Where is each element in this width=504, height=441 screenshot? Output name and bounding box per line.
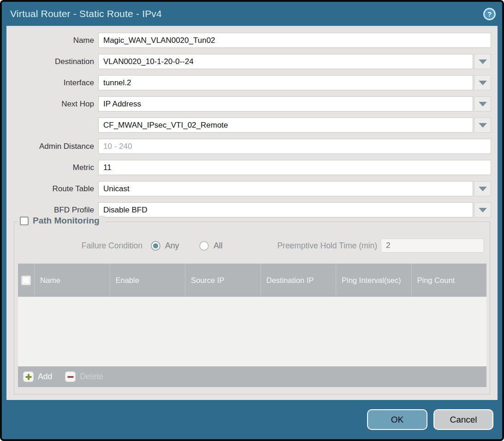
form-row-next-hop: Next Hop — [13, 96, 491, 112]
column-header-ping-count[interactable]: Ping Count — [412, 264, 487, 297]
form-row-destination: Destination — [13, 54, 491, 69]
bfd-profile-dropdown-button[interactable] — [474, 202, 491, 218]
path-monitoring-checkbox[interactable] — [20, 217, 29, 225]
add-button[interactable]: Add — [23, 371, 52, 382]
cancel-button[interactable]: Cancel — [433, 409, 493, 430]
table-header-row: Name Enable Source IP Destination IP Pin… — [18, 264, 486, 297]
interface-input[interactable] — [98, 75, 473, 90]
next-hop-type-input[interactable] — [98, 96, 473, 112]
path-monitoring-section: Path Monitoring Failure Condition Any Al… — [14, 222, 490, 394]
dialog-window: Virtual Router - Static Route - IPv4 ? N… — [2, 2, 502, 439]
form-row-name: Name — [13, 33, 491, 48]
dialog-title: Virtual Router - Static Route - IPv4 — [10, 8, 483, 19]
next-hop-label: Next Hop — [13, 100, 98, 109]
admin-distance-input[interactable] — [98, 139, 491, 154]
dialog-body: Name Destination Interface — [6, 26, 498, 400]
failure-condition-any-radio[interactable] — [151, 241, 160, 251]
static-route-form: Name Destination Interface — [6, 26, 498, 218]
screenshot-root: Virtual Router - Static Route - IPv4 ? N… — [0, 0, 504, 441]
destination-label: Destination — [13, 57, 98, 66]
preemptive-hold-time-input[interactable] — [381, 239, 484, 253]
bfd-profile-label: BFD Profile — [13, 206, 98, 215]
failure-condition-all-radio[interactable] — [199, 241, 209, 251]
add-button-label: Add — [38, 372, 52, 382]
metric-label: Metric — [13, 163, 98, 172]
failure-condition-any-label: Any — [165, 241, 179, 251]
delete-button-label: Delete — [80, 372, 103, 382]
delete-button[interactable]: Delete — [65, 371, 103, 382]
path-monitoring-title: Path Monitoring — [33, 216, 100, 226]
select-all-cell — [18, 264, 35, 297]
failure-condition-all-label: All — [213, 241, 222, 251]
route-table-label: Route Table — [13, 184, 98, 194]
metric-input[interactable] — [98, 160, 491, 175]
table-body-empty — [18, 297, 486, 366]
dialog-titlebar: Virtual Router - Static Route - IPv4 ? — [2, 2, 502, 26]
column-header-source-ip[interactable]: Source IP — [185, 264, 261, 297]
failure-condition-row: Failure Condition Any All Preemptive Hol… — [14, 238, 490, 253]
interface-dropdown-button[interactable] — [474, 75, 491, 90]
column-header-enable[interactable]: Enable — [110, 264, 186, 297]
form-row-metric: Metric — [13, 160, 491, 175]
next-hop-address-dropdown-button[interactable] — [474, 118, 491, 133]
help-icon[interactable]: ? — [483, 8, 496, 20]
dialog-footer: OK Cancel — [2, 400, 502, 439]
admin-distance-label: Admin Distance — [13, 142, 98, 151]
form-row-interface: Interface — [13, 75, 491, 90]
add-plus-icon — [23, 371, 34, 382]
delete-minus-icon — [65, 371, 76, 382]
ok-button[interactable]: OK — [367, 409, 427, 430]
failure-condition-label: Failure Condition — [14, 241, 142, 251]
route-table-dropdown-button[interactable] — [474, 181, 491, 196]
next-hop-type-dropdown-button[interactable] — [474, 96, 491, 112]
name-input[interactable] — [98, 33, 491, 48]
column-header-name[interactable]: Name — [35, 264, 110, 297]
name-label: Name — [13, 36, 98, 45]
form-row-admin-distance: Admin Distance — [13, 139, 491, 154]
select-all-checkbox[interactable] — [21, 276, 31, 285]
form-row-route-table: Route Table — [13, 181, 491, 196]
next-hop-address-input[interactable] — [98, 118, 473, 133]
preemptive-hold-time-label: Preemptive Hold Time (min) — [277, 241, 377, 251]
column-header-destination-ip[interactable]: Destination IP — [261, 264, 337, 297]
interface-label: Interface — [13, 78, 98, 88]
bfd-profile-input[interactable] — [98, 202, 473, 218]
destination-input[interactable] — [98, 54, 473, 69]
form-row-next-hop-address — [13, 118, 491, 133]
path-monitoring-table: Name Enable Source IP Destination IP Pin… — [18, 264, 486, 387]
path-monitoring-legend: Path Monitoring — [17, 216, 105, 226]
table-toolbar: Add Delete — [18, 366, 486, 387]
column-header-ping-interval[interactable]: Ping Interval(sec) — [336, 264, 412, 297]
destination-dropdown-button[interactable] — [474, 54, 491, 69]
route-table-input[interactable] — [98, 181, 473, 196]
